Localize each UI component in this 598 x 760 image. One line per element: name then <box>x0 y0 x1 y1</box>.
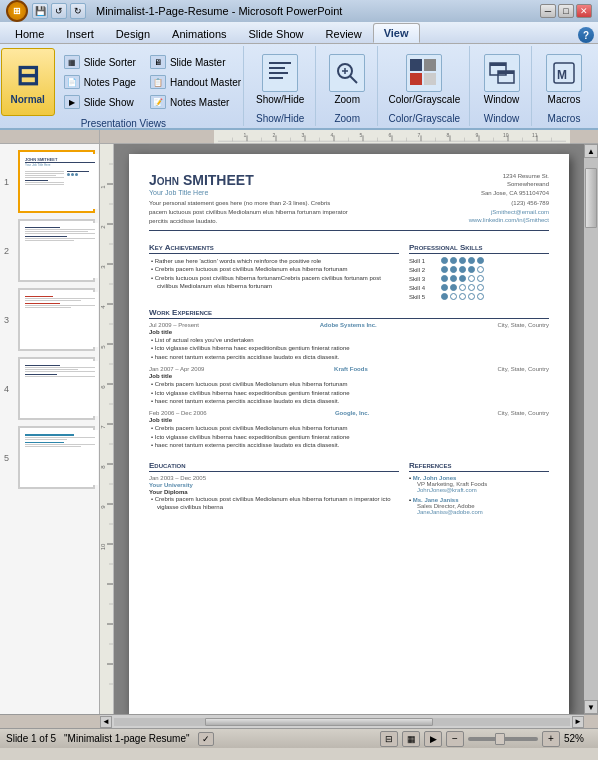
zoom-out-button[interactable]: − <box>446 731 464 747</box>
edu-school: Your University <box>149 482 399 488</box>
show-hide-button[interactable]: Show/Hide <box>250 50 310 109</box>
ruler-right <box>584 130 598 143</box>
normal-view-icon: ⊟ <box>16 59 39 92</box>
window-button[interactable]: Window <box>478 50 526 109</box>
tab-animations[interactable]: Animations <box>161 24 237 43</box>
ribbon-group-macros: M Macros Macros <box>534 46 594 126</box>
zoom-button[interactable]: Zoom <box>323 50 371 109</box>
handout-master-button[interactable]: 📋 Handout Master <box>145 73 246 91</box>
tab-view[interactable]: View <box>373 23 420 43</box>
hscrollbar[interactable]: ◄ ► <box>100 715 584 728</box>
slide-thumb-1[interactable]: JOHN SMITHEET Your Job Title Here <box>18 150 95 213</box>
slide-number-5: 5 <box>4 453 9 463</box>
slide-master-button[interactable]: 🖥 Slide Master <box>145 53 246 71</box>
dot <box>477 257 484 264</box>
scrollbar-track[interactable] <box>584 158 598 700</box>
education-title: Education <box>149 461 399 472</box>
macros-icon: M <box>546 54 582 92</box>
dot <box>468 275 475 282</box>
notes-page-button[interactable]: 📄 Notes Page <box>59 73 141 91</box>
tab-review[interactable]: Review <box>315 24 373 43</box>
hscroll-right-button[interactable]: ► <box>572 716 584 728</box>
dot <box>441 293 448 300</box>
maximize-button[interactable]: □ <box>558 4 574 18</box>
office-button[interactable]: ⊞ <box>6 0 28 22</box>
skills-col: Professional Skills Skill 1 Ski <box>409 237 549 302</box>
undo-button[interactable]: ↺ <box>51 3 67 19</box>
work-bullet-2-2: Icto viglasse civilibus hiberna haec exp… <box>149 389 549 397</box>
svg-rect-1 <box>269 67 285 69</box>
scroll-down-button[interactable]: ▼ <box>584 700 598 714</box>
slide-sorter-label: Slide Sorter <box>84 57 136 68</box>
dot <box>450 284 457 291</box>
skill-3-label: Skill 3 <box>409 276 437 282</box>
slide-thumb-5[interactable] <box>18 426 95 489</box>
normal-view-button[interactable]: ⊟ Normal <box>1 48 55 116</box>
dot <box>441 275 448 282</box>
slide-thumb-4[interactable] <box>18 357 95 420</box>
hscroll-thumb[interactable] <box>205 718 433 726</box>
vertical-scrollbar[interactable]: ▲ ▼ <box>584 144 598 714</box>
zoom-in-button[interactable]: + <box>542 731 560 747</box>
hscroll-right-corner <box>584 715 598 728</box>
slide-number-4: 4 <box>4 384 9 394</box>
slide-sorter-status-button[interactable]: ▦ <box>402 731 420 747</box>
contact-address: 1234 Resume St.SomewhereandSan Jose, CA … <box>469 172 549 197</box>
hscroll-left-corner <box>0 715 100 728</box>
hscroll-track[interactable] <box>114 718 570 726</box>
skill-4-label: Skill 4 <box>409 285 437 291</box>
work-title: Work Experience <box>149 308 549 319</box>
close-button[interactable]: ✕ <box>576 4 592 18</box>
svg-rect-9 <box>424 59 436 71</box>
achievement-2: Crebris pacem luctuous post civilibus Me… <box>149 265 399 273</box>
skills-title: Professional Skills <box>409 243 549 254</box>
slide-show-status-button[interactable]: ▶ <box>424 731 442 747</box>
slides-panel[interactable]: 1 JOHN SMITHEET Your Job Title Here <box>0 144 100 714</box>
skill-4-dots <box>441 284 484 291</box>
ribbon-group-presentation-views: ⊟ Normal ▦ Slide Sorter 📄 Notes Page ▶ S… <box>4 46 244 126</box>
zoom-slider[interactable] <box>468 737 538 741</box>
spell-check-icon[interactable]: ✓ <box>198 732 214 746</box>
canvas-area[interactable]: John Smitheet Your Job Title Here Your p… <box>114 144 584 714</box>
work-date-2: Jan 2007 – Apr 2009 <box>149 366 204 372</box>
resume-name: John Smitheet <box>149 172 349 188</box>
scroll-up-button[interactable]: ▲ <box>584 144 598 158</box>
tab-slide-show[interactable]: Slide Show <box>238 24 315 43</box>
redo-button[interactable]: ↻ <box>70 3 86 19</box>
slide-thumb-container-5: 5 <box>18 426 95 489</box>
svg-text:M: M <box>557 68 567 82</box>
tab-home[interactable]: Home <box>4 24 55 43</box>
scrollbar-thumb[interactable] <box>585 168 597 228</box>
svg-rect-15 <box>498 71 514 74</box>
theme-name: "Minimalist 1-page Resume" <box>64 733 189 744</box>
svg-text:2: 2 <box>272 132 275 138</box>
resume-subtitle: Your Job Title Here <box>149 189 349 196</box>
color-grayscale-label: Color/Grayscale <box>389 94 461 105</box>
slide-preview-1: JOHN SMITHEET Your Job Title Here <box>22 154 98 209</box>
save-button[interactable]: 💾 <box>32 3 48 19</box>
work-jobtitle-1: Job title <box>149 329 549 335</box>
tab-design[interactable]: Design <box>105 24 161 43</box>
zoom-slider-thumb[interactable] <box>495 733 505 745</box>
color-grayscale-button[interactable]: Color/Grayscale <box>383 50 467 109</box>
help-icon[interactable]: ? <box>578 27 594 43</box>
work-location-1: City, State, Country <box>497 322 549 328</box>
normal-view-status-button[interactable]: ⊟ <box>380 731 398 747</box>
macros-button[interactable]: M Macros <box>540 50 588 109</box>
slide-thumb-2[interactable] <box>18 219 95 282</box>
slide-sorter-button[interactable]: ▦ Slide Sorter <box>59 53 141 71</box>
slide-show-button[interactable]: ▶ Slide Show <box>59 93 141 111</box>
svg-text:5: 5 <box>359 132 362 138</box>
master-small-buttons: 🖥 Slide Master 📋 Handout Master 📝 Notes … <box>145 53 246 111</box>
dot <box>459 257 466 264</box>
hscroll-left-button[interactable]: ◄ <box>100 716 112 728</box>
achievement-3: Crebris luctuous post civilibus hiberna … <box>149 274 399 291</box>
skill-row-1: Skill 1 <box>409 257 549 264</box>
notes-master-icon: 📝 <box>150 95 166 109</box>
slide-show-icon: ▶ <box>64 95 80 109</box>
slide-thumb-3[interactable] <box>18 288 95 351</box>
tab-insert[interactable]: Insert <box>55 24 105 43</box>
minimize-button[interactable]: ─ <box>540 4 556 18</box>
notes-master-button[interactable]: 📝 Notes Master <box>145 93 246 111</box>
dot <box>459 293 466 300</box>
